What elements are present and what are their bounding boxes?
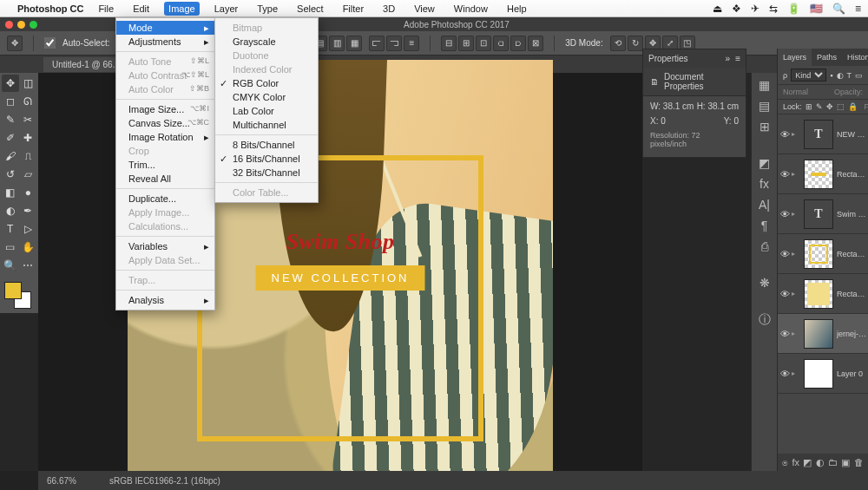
menu-window[interactable]: Window	[450, 2, 492, 16]
tab-paths[interactable]: Paths	[812, 49, 842, 66]
delete-icon[interactable]: 🗑	[854, 457, 864, 467]
eraser-tool[interactable]: ▱	[20, 166, 37, 183]
menuitem-mode[interactable]: Mode▸	[116, 21, 214, 35]
zoom-icon[interactable]	[30, 21, 37, 29]
distribute-icon[interactable]: ⫐	[510, 36, 526, 51]
blur-tool[interactable]: ●	[20, 184, 37, 201]
lock-icon[interactable]: ⊞	[806, 102, 812, 111]
menuitem-canvas-size[interactable]: Canvas Size...⌥⌘C	[116, 116, 214, 130]
tab-history[interactable]: History	[842, 49, 868, 66]
panel-menu-icon[interactable]: »	[726, 54, 731, 63]
distribute-icon[interactable]: ⊠	[528, 36, 543, 51]
lock-icon[interactable]: ✎	[816, 102, 823, 111]
align-icon[interactable]: ▥	[329, 36, 345, 51]
menuitem-reveal-all[interactable]: Reveal All	[116, 172, 214, 186]
libraries-panel-icon[interactable]: ⊞	[760, 120, 770, 134]
close-icon[interactable]	[5, 21, 13, 29]
menu-3d[interactable]: 3D	[378, 2, 399, 16]
pen-tool[interactable]: ✒	[20, 202, 37, 219]
history-brush-tool[interactable]: ↺	[2, 166, 19, 183]
tray-icon[interactable]: 🔍	[832, 3, 845, 15]
filter-adjust-icon[interactable]: ◐	[837, 71, 844, 80]
menuitem-lab[interactable]: Lab Color	[215, 104, 318, 118]
type-tool[interactable]: T	[2, 220, 19, 238]
menu-view[interactable]: View	[410, 2, 439, 16]
visibility-icon[interactable]: 👁	[778, 169, 792, 180]
menu-layer[interactable]: Layer	[210, 2, 243, 16]
visibility-icon[interactable]: 👁	[778, 249, 792, 259]
kind-dropdown[interactable]: Kind	[791, 69, 826, 82]
menuitem-adjustments[interactable]: Adjustments▸	[116, 35, 214, 49]
distribute-icon[interactable]: ⊞	[458, 36, 474, 51]
menu-edit[interactable]: Edit	[128, 2, 154, 16]
doc-info[interactable]: sRGB IEC61966-2.1 (16bpc)	[109, 476, 220, 486]
color-swatches[interactable]	[2, 280, 36, 311]
3d-icon[interactable]: ↻	[628, 36, 643, 51]
character-panel-icon[interactable]: A|	[759, 198, 770, 212]
menu-select[interactable]: Select	[293, 2, 328, 16]
layer-row[interactable]: 👁▸TNEW COLLEC	[778, 114, 868, 154]
menu-file[interactable]: File	[94, 2, 118, 16]
distribute-icon[interactable]: ⊟	[441, 36, 457, 51]
tray-icon[interactable]: ≡	[855, 3, 861, 15]
swatches-panel-icon[interactable]: ▤	[759, 99, 770, 113]
menuitem-16bits[interactable]: ✓16 Bits/Channel	[215, 152, 318, 166]
align-icon[interactable]: ≡	[404, 36, 419, 51]
brush-panel-icon[interactable]: ❋	[760, 276, 770, 290]
menuitem-8bits[interactable]: 8 Bits/Channel	[215, 138, 318, 152]
auto-select-checkbox[interactable]	[44, 37, 56, 49]
tray-icon[interactable]: ⇆	[769, 3, 778, 15]
mask-icon[interactable]: ◩	[803, 457, 812, 468]
marquee-tool[interactable]: ◻	[2, 93, 19, 110]
menu-filter[interactable]: Filter	[339, 2, 368, 16]
align-icon[interactable]: ⫍	[369, 36, 385, 51]
gradient-tool[interactable]: ◧	[2, 184, 19, 201]
fx-icon[interactable]: fx	[792, 457, 800, 467]
new-layer-icon[interactable]: ▣	[841, 457, 850, 468]
layer-row[interactable]: 👁▸Rectangle 3	[778, 154, 868, 194]
menuitem-trim[interactable]: Trim...	[116, 158, 214, 172]
app-name[interactable]: Photoshop CC	[17, 3, 83, 14]
tray-icon[interactable]: ✈	[751, 3, 760, 15]
crop-tool[interactable]: ✂	[20, 111, 37, 128]
adjustment-icon[interactable]: ◐	[816, 457, 825, 468]
distribute-icon[interactable]: ⊡	[476, 36, 491, 51]
visibility-icon[interactable]: 👁	[778, 369, 792, 379]
link-layers-icon[interactable]: ⍟	[782, 457, 788, 467]
align-icon[interactable]: ⫎	[386, 36, 402, 51]
tab-layers[interactable]: Layers	[778, 49, 812, 66]
eyedropper-tool[interactable]: ✐	[2, 129, 19, 147]
menuitem-32bits[interactable]: 32 Bits/Channel	[215, 166, 318, 180]
filter-type-icon[interactable]: T	[847, 71, 852, 80]
visibility-icon[interactable]: 👁	[778, 329, 792, 339]
zoom-tool[interactable]: 🔍	[2, 257, 19, 274]
foreground-color[interactable]	[4, 282, 22, 299]
menuitem-duplicate[interactable]: Duplicate...	[116, 192, 214, 206]
info-panel-icon[interactable]: ⓘ	[759, 312, 771, 328]
healing-tool[interactable]: ✚	[20, 129, 37, 147]
menuitem-analysis[interactable]: Analysis▸	[116, 293, 214, 307]
menu-image[interactable]: Image	[164, 2, 200, 16]
panel-menu-icon[interactable]: ≡	[735, 54, 740, 63]
layer-row[interactable]: 👁▸Rectangle 1	[778, 274, 868, 314]
layer-row[interactable]: 👁▸Layer 0	[778, 354, 868, 394]
visibility-icon[interactable]: 👁	[778, 209, 792, 219]
layer-row[interactable]: 👁▸TSwim Shop	[778, 194, 868, 234]
visibility-icon[interactable]: 👁	[778, 129, 792, 140]
clone-tool[interactable]: ⎍	[20, 147, 37, 165]
menuitem-rgb[interactable]: ✓RGB Color	[215, 76, 318, 90]
styles-panel-icon[interactable]: fx	[760, 177, 769, 191]
lock-icon[interactable]: ⬚	[837, 102, 845, 111]
quick-select-tool[interactable]: ✎	[2, 111, 19, 128]
minimize-icon[interactable]	[17, 21, 25, 29]
tray-icon[interactable]: ❖	[732, 3, 741, 15]
adjustments-panel-icon[interactable]: ◩	[759, 156, 770, 170]
tray-icon[interactable]: 🔋	[787, 3, 800, 15]
menuitem-variables[interactable]: Variables▸	[116, 239, 214, 253]
move-tool-icon[interactable]: ✥	[7, 36, 23, 51]
menuitem-grayscale[interactable]: Grayscale	[215, 35, 318, 49]
artboard-tool[interactable]: ◫	[20, 75, 37, 92]
visibility-icon[interactable]: 👁	[778, 289, 792, 299]
blend-mode[interactable]: Normal	[783, 88, 831, 96]
layer-row[interactable]: 👁▸Rectangle 2	[778, 234, 868, 274]
